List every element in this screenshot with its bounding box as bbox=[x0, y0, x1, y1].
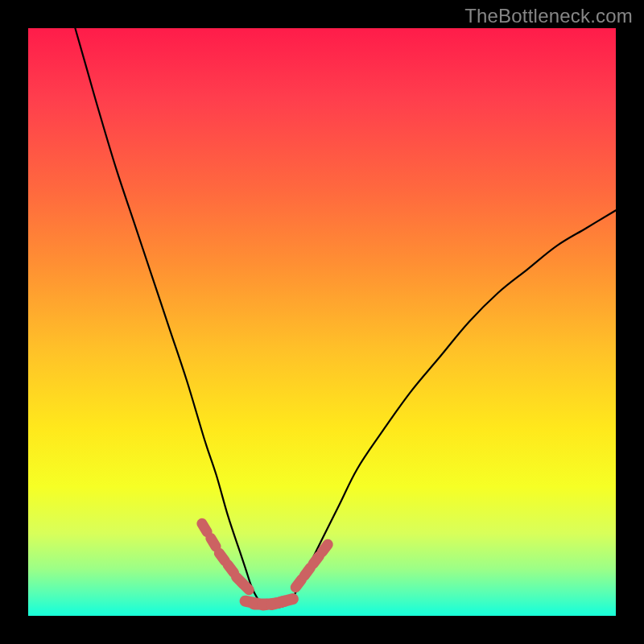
chart-svg bbox=[28, 28, 616, 616]
marker-dot bbox=[304, 568, 310, 576]
curve-line bbox=[75, 28, 616, 607]
marker-dot bbox=[219, 553, 225, 561]
marker-dot bbox=[211, 539, 216, 547]
marker-dot bbox=[228, 565, 233, 573]
watermark-label: TheBottleneck.com bbox=[464, 5, 633, 27]
plot-area bbox=[28, 28, 616, 616]
marker-dot bbox=[295, 580, 301, 588]
marker-dot bbox=[313, 556, 319, 564]
marker-dot bbox=[322, 544, 328, 552]
marker-dot bbox=[242, 583, 249, 589]
marker-dot bbox=[280, 599, 292, 602]
marker-dot bbox=[202, 523, 207, 531]
chart-frame: TheBottleneck.com bbox=[0, 0, 644, 644]
marker-group bbox=[202, 523, 328, 605]
